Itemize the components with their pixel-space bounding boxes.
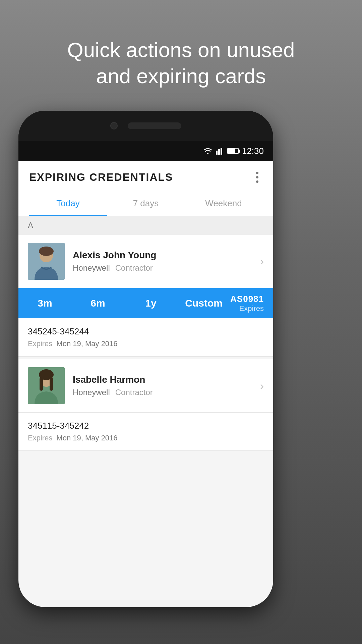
svg-point-5 xyxy=(39,247,54,256)
chevron-right-isabelle: › xyxy=(260,380,264,392)
tab-today[interactable]: Today xyxy=(29,192,107,216)
more-dot-3 xyxy=(256,180,258,183)
avatar-isabelle xyxy=(28,367,65,404)
tab-7days[interactable]: 7 days xyxy=(107,192,185,216)
headline-line2: and expiring cards xyxy=(96,64,266,88)
person-name-alexis: Alexis John Young xyxy=(73,250,257,261)
app-header-top: EXPIRING CREDENTIALS xyxy=(29,171,262,192)
person-role-alexis: Contractor xyxy=(115,263,153,273)
phone-camera xyxy=(110,122,118,129)
card-expires-row-alexis: Expires Mon 19, May 2016 xyxy=(28,339,264,348)
svg-rect-9 xyxy=(40,377,43,391)
expires-date-isabelle: Mon 19, May 2016 xyxy=(56,434,117,442)
card-id-section-alexis: 345245-345244 Expires Mon 19, May 2016 xyxy=(28,326,264,348)
svg-rect-2 xyxy=(221,148,222,155)
person-info-alexis: Alexis John Young Honeywell Contractor xyxy=(73,250,257,273)
card-badge-id: AS0981 xyxy=(230,294,264,304)
person-company-alexis: Honeywell xyxy=(73,263,110,273)
svg-rect-1 xyxy=(218,149,220,155)
avatar-isabelle-image xyxy=(28,367,65,404)
tab-weekend[interactable]: Weekend xyxy=(185,192,262,216)
quick-action-bar: 3m 6m 1y Custom AS0981 Expires xyxy=(18,288,273,318)
svg-rect-0 xyxy=(216,151,218,155)
wifi-icon xyxy=(203,147,213,155)
action-custom-button[interactable]: Custom xyxy=(177,288,230,318)
card-info-isabelle: 345115-345242 Expires Mon 19, May 2016 xyxy=(18,413,273,451)
more-dot-1 xyxy=(256,172,258,174)
phone-top-bar xyxy=(18,111,273,141)
person-meta-alexis: Honeywell Contractor xyxy=(73,263,257,273)
card-expires-row-isabelle: Expires Mon 19, May 2016 xyxy=(28,434,264,442)
more-options-button[interactable] xyxy=(252,172,262,183)
status-time: 12:30 xyxy=(242,146,264,156)
phone-speaker xyxy=(128,122,181,129)
card-action-id: AS0981 Expires xyxy=(230,294,273,313)
headline-line1: Quick actions on unused xyxy=(67,38,295,61)
more-dot-2 xyxy=(256,176,258,178)
headline: Quick actions on unused and expiring car… xyxy=(0,37,362,89)
card-expires-badge: Expires xyxy=(239,304,264,313)
person-meta-isabelle: Honeywell Contractor xyxy=(73,388,257,397)
section-label-a: A xyxy=(18,216,273,235)
person-card-isabelle[interactable]: Isabelle Harmon Honeywell Contractor › xyxy=(18,357,273,413)
action-6m-button[interactable]: 6m xyxy=(71,288,124,318)
app-title: EXPIRING CREDENTIALS xyxy=(29,171,173,183)
action-1y-button[interactable]: 1y xyxy=(124,288,177,318)
person-role-isabelle: Contractor xyxy=(115,388,153,397)
svg-rect-10 xyxy=(50,377,53,391)
card-id-section-isabelle: 345115-345242 Expires Mon 19, May 2016 xyxy=(28,421,264,442)
action-3m-button[interactable]: 3m xyxy=(18,288,71,318)
status-icons: 12:30 xyxy=(203,146,264,156)
card-number-alexis: 345245-345244 xyxy=(28,326,264,337)
person-card-alexis[interactable]: Alexis John Young Honeywell Contractor › xyxy=(18,235,273,288)
avatar-alexis xyxy=(28,243,65,280)
person-company-isabelle: Honeywell xyxy=(73,388,110,397)
status-bar: 12:30 xyxy=(18,141,273,161)
app-screen: EXPIRING CREDENTIALS Today 7 days Weeken… xyxy=(18,161,273,607)
card-info-alexis: 345245-345244 Expires Mon 19, May 2016 xyxy=(18,318,273,357)
avatar-alexis-image xyxy=(28,243,65,280)
expires-label-isabelle: Expires xyxy=(28,434,52,442)
chevron-right-alexis: › xyxy=(260,255,264,268)
app-header: EXPIRING CREDENTIALS Today 7 days Weeken… xyxy=(18,161,273,216)
card-number-isabelle: 345115-345242 xyxy=(28,421,264,431)
phone-frame: 12:30 EXPIRING CREDENTIALS Today 7 days … xyxy=(18,111,273,607)
battery-fill xyxy=(228,149,235,153)
tabs-container: Today 7 days Weekend xyxy=(29,192,262,216)
battery-icon xyxy=(227,148,239,154)
expires-label-alexis: Expires xyxy=(28,339,52,348)
person-info-isabelle: Isabelle Harmon Honeywell Contractor xyxy=(73,374,257,397)
signal-icon xyxy=(216,147,224,155)
expires-date-alexis: Mon 19, May 2016 xyxy=(56,339,117,348)
person-name-isabelle: Isabelle Harmon xyxy=(73,374,257,385)
